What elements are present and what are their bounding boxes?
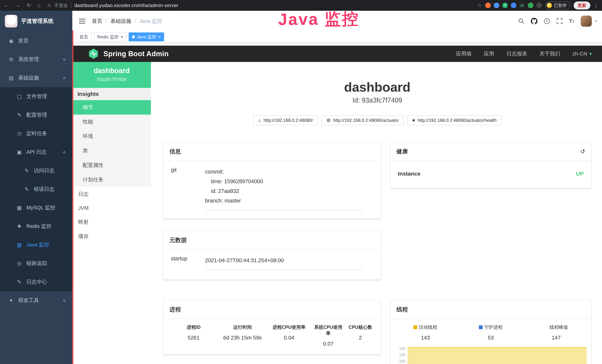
breadcrumb-item[interactable]: Java 监控: [131, 18, 162, 25]
leaf-extension-icon[interactable]: [528, 3, 533, 8]
sba-sidebar-item[interactable]: 计划任务: [72, 172, 151, 187]
dark-extension-icon[interactable]: [536, 3, 542, 8]
legend-value: 53: [458, 335, 524, 341]
annotation-text: Java 监控: [278, 8, 359, 31]
menu-item-icon: ❖: [16, 223, 23, 229]
close-icon[interactable]: ×: [120, 35, 123, 39]
chrome-menu-icon[interactable]: ⋮: [594, 3, 599, 8]
info-card: 信息 git commit:time: 1596289704000id: 27a…: [163, 142, 381, 218]
legend-value: 147: [523, 335, 589, 341]
tab[interactable]: Java 监控 ×: [129, 32, 164, 41]
sba-sidebar-item[interactable]: 环境: [72, 129, 151, 143]
instance-link[interactable]: ⌂ http://192.168.0.2:48080/: [253, 115, 318, 125]
instance-header[interactable]: dashboard 93a3fc7f7409: [72, 62, 151, 88]
app-title: 芋道管理系统: [21, 17, 54, 25]
github-icon[interactable]: [531, 18, 538, 24]
sidebar-menu-item[interactable]: ⚙ 系统管理 ∨: [0, 50, 72, 69]
process-column-value: 2: [344, 335, 376, 341]
browser-profile-chip[interactable]: 已暂停: [545, 1, 570, 10]
sba-sidebar-item[interactable]: 细节: [72, 100, 151, 115]
question-mark: ?: [546, 19, 548, 23]
forward-icon[interactable]: →: [15, 3, 20, 8]
chevron-icon: ∨: [62, 57, 66, 62]
sba-sidebar-item[interactable]: JVM: [72, 201, 151, 215]
threads-chart: 140120100: [396, 345, 587, 364]
reload-icon[interactable]: ↻: [27, 3, 31, 8]
close-icon[interactable]: ×: [158, 35, 161, 39]
sidebar-menu-item[interactable]: ✎ 配置管理: [0, 106, 72, 124]
sidebar-menu-item[interactable]: ◎ 链路追踪: [0, 254, 72, 273]
tab[interactable]: Redis 监控 ×: [94, 32, 127, 41]
sidebar-menu-item[interactable]: ▢ 文件管理: [0, 87, 72, 106]
search-icon[interactable]: [518, 18, 525, 24]
app-logo-row[interactable]: 芋道管理系统: [0, 11, 72, 32]
instance-link[interactable]: ⚙ http://192.168.0.2:48080/actuator: [322, 115, 404, 125]
sidebar-menu-item[interactable]: ❖ Redis 监控: [0, 217, 72, 236]
tab[interactable]: 首页 ×: [76, 32, 92, 41]
sba-nav-item[interactable]: 应用墙: [456, 50, 472, 57]
fox-extension-icon[interactable]: [485, 3, 491, 8]
page-subtitle: Id: 93a3fc7f7409: [163, 96, 591, 104]
drop-extension-icon[interactable]: [494, 3, 499, 8]
help-icon[interactable]: ?: [544, 18, 550, 24]
grid-extension-icon[interactable]: [511, 3, 516, 8]
menu-item-label: MySQL 监控: [26, 204, 55, 211]
back-icon[interactable]: ←: [4, 3, 9, 8]
sidebar-menu-item[interactable]: ✎ 日志中心: [0, 273, 72, 291]
sidebar-menu-item[interactable]: ▤ 基础设施 ∧: [0, 69, 72, 87]
extension-label: on: [520, 4, 524, 7]
sidebar-menu-item[interactable]: ▣ API 日志 ∧: [0, 143, 72, 161]
menu-item-label: 系统管理: [18, 56, 39, 63]
sba-sidebar-item[interactable]: 日志: [72, 187, 151, 201]
chevron-down-icon[interactable]: ▾: [595, 19, 597, 23]
address-bar[interactable]: ⚠ 不安全 dashboard.yudao.iocoder.cn/infra/a…: [47, 2, 178, 9]
fullscreen-icon[interactable]: [556, 18, 563, 24]
sidebar-menu-item[interactable]: ✦ 研发工具 ∨: [0, 291, 72, 310]
sba-nav-item[interactable]: 日志报表: [506, 50, 527, 57]
proxy-on-extension-icon[interactable]: on: [519, 3, 525, 8]
link-icon: ⌂: [258, 118, 261, 123]
process-column-value: 6d 23h 15m 59s: [219, 335, 266, 341]
sidebar-menu-item[interactable]: ▦ MySQL 监控: [0, 198, 72, 217]
sba-sidebar-item[interactable]: 性能: [72, 115, 151, 129]
history-icon[interactable]: ↺: [580, 149, 585, 154]
sidebar-toggle-icon[interactable]: [78, 17, 86, 25]
y-extension-icon[interactable]: Y: [502, 3, 508, 8]
font-size-icon[interactable]: TT: [569, 18, 574, 24]
sidebar-menu-item[interactable]: ◉ 首页: [0, 32, 72, 50]
sba-sidebar-item[interactable]: 映射: [72, 215, 151, 229]
chevron-icon: ∧: [62, 76, 66, 80]
chevron-down-icon: ▾: [589, 51, 592, 57]
sidebar-menu-item[interactable]: ✎ 访问日志: [0, 161, 72, 180]
menu-item-icon: ✎: [23, 168, 30, 174]
sidebar-menu-item[interactable]: ◷ 定时任务: [0, 124, 72, 143]
app-logo: [5, 15, 17, 27]
sba-sidebar-item[interactable]: 类: [72, 143, 151, 158]
breadcrumb-item[interactable]: 基础设施: [102, 18, 131, 25]
menu-item-icon: ◉: [7, 38, 15, 44]
info-value-line: time: 1596289704000: [205, 177, 363, 186]
bookmark-star-icon[interactable]: ☆: [477, 3, 482, 8]
sba-sidebar-item[interactable]: 配置属性: [72, 158, 151, 172]
menu-item-label: Redis 监控: [26, 223, 51, 230]
locale-selector[interactable]: zh-CN ▾: [572, 51, 602, 57]
browser-home-icon[interactable]: ⌂: [37, 3, 40, 8]
sidebar-menu-item[interactable]: ▥ Java 监控: [0, 236, 72, 254]
breadcrumb: 首页基础设施Java 监控: [92, 18, 162, 25]
menu-item-icon: ▥: [16, 242, 23, 248]
sba-sidebar-item[interactable]: 缓存: [72, 229, 151, 244]
sba-nav-item[interactable]: 关于我们: [539, 50, 560, 57]
user-avatar[interactable]: [581, 16, 592, 27]
profile-paused-label: 已暂停: [554, 3, 567, 8]
url-text[interactable]: dashboard.yudao.iocoder.cn/infra/admin-s…: [74, 3, 178, 8]
tab-label: Java 监控: [137, 34, 156, 40]
chrome-update-button[interactable]: 更新: [574, 1, 590, 10]
metadata-row-value: 2021-04-27T00:44:31.254+08:00: [205, 256, 363, 270]
sidebar-menu-item[interactable]: ✎ 错误日志: [0, 180, 72, 198]
instance-link[interactable]: ♥ http://192.168.0.2:48080/actuator/heal…: [407, 115, 501, 125]
process-column-header: 运行时间: [219, 324, 266, 330]
metadata-card: 元数据 startup 2021-04-27T00:44:31.254+08:0…: [163, 231, 381, 280]
sba-nav-item[interactable]: 应用: [484, 50, 494, 57]
insights-section-label[interactable]: Insights: [72, 88, 151, 100]
breadcrumb-item[interactable]: 首页: [92, 18, 102, 25]
